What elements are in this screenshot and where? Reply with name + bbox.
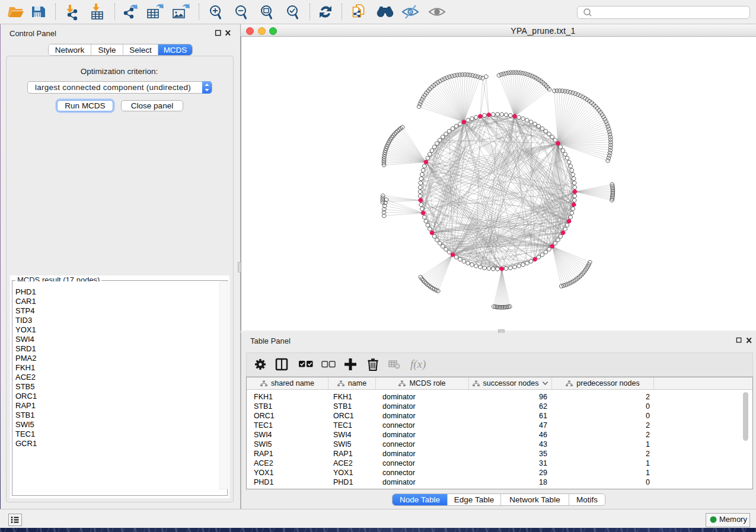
svg-text:Memory: Memory [719,515,747,524]
svg-text:f(x): f(x) [410,358,426,371]
